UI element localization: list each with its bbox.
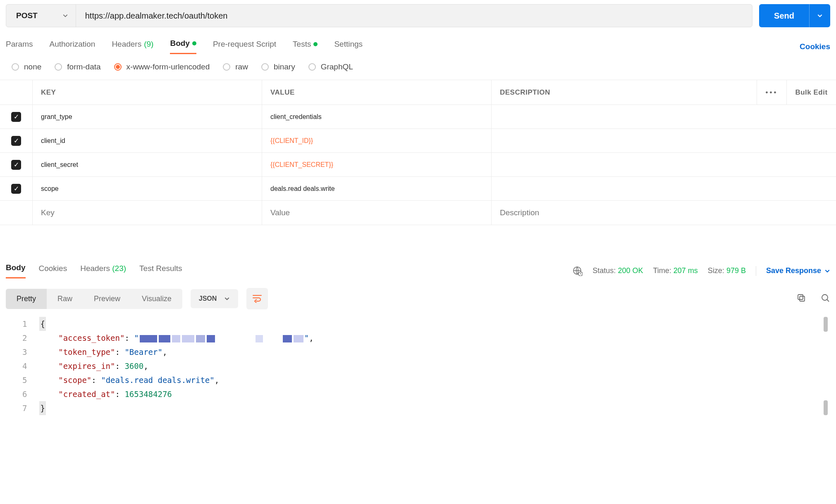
kv-desc-cell[interactable] — [491, 105, 836, 128]
kv-header-key: KEY — [32, 80, 262, 105]
table-row: ✓ scope deals.read deals.write — [0, 177, 836, 201]
bodytype-formdata[interactable]: form-data — [55, 62, 100, 71]
status-dot-icon — [192, 41, 196, 45]
cookies-link[interactable]: Cookies — [800, 42, 830, 51]
view-raw[interactable]: Raw — [47, 289, 83, 309]
body-kv-table: KEY VALUE DESCRIPTION ••• Bulk Edit ✓ gr… — [0, 80, 836, 225]
view-preview[interactable]: Preview — [83, 289, 131, 309]
send-button[interactable]: Send — [759, 4, 809, 27]
chevron-down-icon — [824, 268, 830, 274]
tab-body[interactable]: Body — [170, 39, 196, 54]
kv-value-cell[interactable]: client_credentials — [262, 105, 491, 128]
language-select[interactable]: JSON — [191, 289, 239, 308]
view-visualize[interactable]: Visualize — [131, 289, 182, 309]
kv-value-cell[interactable]: {{CLIENT_ID}} — [262, 129, 491, 152]
row-checkbox[interactable]: ✓ — [11, 136, 21, 146]
kv-more-options[interactable]: ••• — [757, 80, 786, 105]
svg-point-4 — [822, 295, 828, 300]
radio-icon — [114, 63, 122, 71]
view-pretty[interactable]: Pretty — [6, 289, 47, 309]
method-label: POST — [16, 11, 38, 20]
radio-icon — [261, 63, 269, 71]
size-info: Size: 979 B — [708, 266, 746, 275]
resp-tab-body[interactable]: Body — [6, 263, 26, 278]
copy-button[interactable] — [796, 293, 806, 304]
radio-icon — [223, 63, 230, 71]
tab-params[interactable]: Params — [6, 40, 33, 54]
tab-headers[interactable]: Headers (9) — [112, 40, 153, 54]
send-dropdown[interactable] — [809, 4, 830, 27]
radio-icon — [12, 63, 19, 71]
resp-tab-testresults[interactable]: Test Results — [139, 264, 182, 278]
radio-icon — [55, 63, 62, 71]
kv-key-cell[interactable]: grant_type — [32, 105, 262, 128]
chevron-down-icon — [62, 13, 68, 19]
tab-settings[interactable]: Settings — [334, 40, 363, 54]
row-checkbox[interactable]: ✓ — [11, 112, 21, 122]
table-row: ✓ grant_type client_credentials — [0, 105, 836, 129]
kv-key-input[interactable] — [32, 201, 262, 225]
radio-icon — [308, 63, 316, 71]
chevron-down-icon — [224, 296, 230, 302]
kv-value-cell[interactable]: deals.read deals.write — [262, 177, 491, 200]
tab-tests[interactable]: Tests — [293, 40, 318, 54]
table-row: ✓ client_id {{CLIENT_ID}} — [0, 129, 836, 153]
bodytype-raw[interactable]: raw — [223, 62, 248, 71]
kv-key-cell[interactable]: scope — [32, 177, 262, 200]
kv-header-desc: DESCRIPTION — [491, 80, 757, 105]
tab-prerequest[interactable]: Pre-request Script — [213, 40, 276, 54]
svg-rect-2 — [800, 296, 805, 301]
scrollbar[interactable] — [824, 317, 828, 332]
network-icon[interactable] — [573, 266, 583, 276]
chevron-down-icon — [817, 13, 823, 19]
kv-value-cell[interactable]: {{CLIENT_SECRET}} — [262, 153, 491, 176]
row-checkbox[interactable]: ✓ — [11, 160, 21, 170]
resp-tab-cookies[interactable]: Cookies — [39, 264, 67, 278]
table-row: ✓ client_secret {{CLIENT_SECRET}} — [0, 153, 836, 177]
method-dropdown[interactable]: POST — [6, 5, 76, 27]
svg-rect-3 — [798, 295, 803, 300]
tab-authorization[interactable]: Authorization — [49, 40, 95, 54]
status-info: Status: 200 OK — [592, 266, 643, 275]
row-checkbox[interactable]: ✓ — [11, 184, 21, 194]
kv-key-cell[interactable]: client_secret — [32, 153, 262, 176]
tab-tests-label: Tests — [293, 40, 311, 49]
kv-value-input[interactable] — [262, 201, 491, 225]
search-icon — [820, 293, 830, 303]
response-body[interactable]: 1234567 { "access_token": "", "token_typ… — [6, 317, 830, 428]
status-dot-icon — [313, 42, 318, 46]
kv-key-cell[interactable]: client_id — [32, 129, 262, 152]
tab-body-label: Body — [170, 39, 190, 48]
url-input[interactable] — [76, 5, 752, 27]
copy-icon — [796, 293, 806, 303]
kv-desc-cell[interactable] — [491, 177, 836, 200]
kv-desc-input[interactable] — [491, 201, 836, 225]
wrap-icon — [252, 295, 262, 303]
kv-header-value: VALUE — [262, 80, 491, 105]
line-gutter: 1234567 — [6, 317, 39, 415]
tab-headers-label: Headers — [112, 40, 141, 49]
wrap-lines-button[interactable] — [246, 288, 268, 309]
search-button[interactable] — [820, 293, 830, 304]
resp-tab-headers[interactable]: Headers (23) — [80, 264, 126, 278]
bulk-edit-button[interactable]: Bulk Edit — [786, 80, 836, 105]
kv-desc-cell[interactable] — [491, 129, 836, 152]
time-info: Time: 207 ms — [653, 266, 697, 275]
table-row-new — [0, 201, 836, 225]
save-response-button[interactable]: Save Response — [766, 266, 830, 275]
scrollbar[interactable] — [824, 400, 828, 415]
bodytype-none[interactable]: none — [12, 62, 41, 71]
bodytype-graphql[interactable]: GraphQL — [308, 62, 353, 71]
kv-desc-cell[interactable] — [491, 153, 836, 176]
tab-headers-count: (9) — [144, 40, 153, 49]
bodytype-urlencoded[interactable]: x-www-form-urlencoded — [114, 62, 210, 71]
bodytype-binary[interactable]: binary — [261, 62, 295, 71]
